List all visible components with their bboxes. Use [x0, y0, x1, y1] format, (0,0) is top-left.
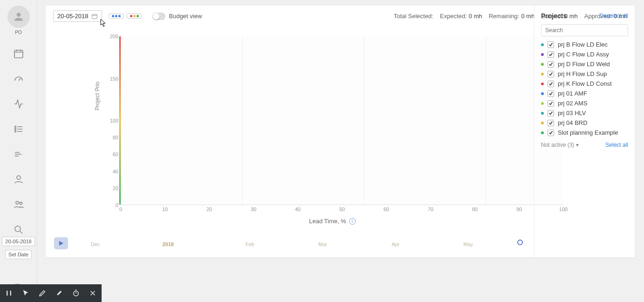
avatar[interactable] — [7, 6, 30, 28]
projects-panel: Projects Deselect all prj B Flow LD Elec… — [534, 6, 635, 257]
svg-point-7 — [15, 226, 21, 232]
toggle-track — [152, 13, 165, 20]
users-nav-icon[interactable] — [12, 198, 25, 211]
project-item: prj 04 BRD — [541, 119, 628, 126]
close-toolbar-button[interactable] — [89, 288, 97, 298]
project-name: prj 03 HLV — [558, 110, 586, 117]
project-checkbox[interactable] — [548, 51, 554, 58]
play-button[interactable] — [54, 237, 68, 249]
project-color-dot — [541, 63, 544, 66]
project-checkbox[interactable] — [548, 120, 554, 126]
not-active-dropdown[interactable]: Not active (3) ▾ — [541, 142, 579, 148]
select-all-link[interactable]: Select all — [605, 142, 628, 148]
blue-mode-button[interactable] — [109, 14, 124, 19]
y-tick: 60 — [102, 151, 118, 157]
x-tick: 80 — [472, 206, 478, 212]
x-tick: 40 — [295, 206, 301, 212]
multi-color-mode-button[interactable] — [127, 14, 142, 19]
project-color-dot — [541, 102, 544, 105]
timeline-label: Apr — [391, 241, 399, 247]
y-tick: 150 — [102, 76, 118, 82]
project-color-dot — [541, 73, 544, 76]
svg-rect-0 — [14, 50, 23, 58]
project-color-dot — [541, 122, 544, 124]
svg-point-3 — [14, 131, 16, 132]
y-tick: 200 — [102, 34, 118, 39]
x-tick: 60 — [384, 206, 389, 212]
project-name: prj K Flow LD Const — [558, 80, 612, 87]
user-nav-icon[interactable] — [12, 173, 25, 186]
project-item: prj C Flow LD Assy — [541, 51, 628, 58]
budget-view-toggle[interactable]: Budget view — [152, 13, 202, 20]
avatar-label: PO — [15, 30, 21, 35]
project-checkbox[interactable] — [548, 41, 554, 48]
cursor-tool-button[interactable] — [21, 288, 30, 298]
timeline: Dec2018FebMarAprMay — [54, 234, 523, 253]
project-checkbox[interactable] — [548, 71, 554, 77]
gauge-nav-icon[interactable] — [12, 72, 25, 85]
y-axis-label: Project Prio — [94, 82, 101, 110]
project-name: prj 04 BRD — [558, 119, 588, 126]
x-tick: 70 — [428, 206, 433, 212]
timer-button[interactable] — [72, 288, 80, 298]
x-tick: 30 — [251, 206, 256, 212]
project-checkbox[interactable] — [548, 100, 554, 107]
svg-point-5 — [16, 201, 19, 204]
project-color-dot — [541, 43, 544, 46]
project-color-dot — [541, 53, 544, 56]
calendar-nav-icon[interactable] — [12, 47, 25, 60]
set-date-button[interactable]: Set Date — [5, 250, 32, 259]
project-checkbox[interactable] — [548, 110, 554, 117]
svg-rect-8 — [92, 14, 97, 18]
project-checkbox[interactable] — [548, 81, 554, 87]
calendar-icon — [91, 13, 98, 20]
activity-nav-icon[interactable] — [12, 97, 25, 110]
project-checkbox[interactable] — [548, 61, 554, 68]
timeline-label: Mar — [318, 241, 327, 247]
x-tick: 50 — [339, 206, 345, 212]
timeline-label: 2018 — [162, 241, 173, 247]
y-tick: 20 — [102, 185, 118, 191]
timeline-end-marker[interactable] — [517, 240, 523, 245]
pause-button[interactable] — [5, 288, 13, 298]
svg-point-6 — [20, 202, 22, 205]
search-nav-icon[interactable] — [12, 223, 25, 236]
deselect-all-link[interactable]: Deselect all — [599, 13, 628, 19]
project-color-dot — [541, 112, 544, 115]
date-picker[interactable]: 20-05-2018 — [53, 10, 102, 22]
project-item: prj 03 HLV — [541, 110, 628, 117]
pencil-tool-button[interactable] — [38, 288, 47, 298]
projects-search-input[interactable] — [541, 24, 628, 36]
user-icon — [13, 11, 25, 23]
x-tick: 0 — [119, 206, 122, 212]
timeline-track[interactable]: Dec2018FebMarAprMay — [68, 239, 523, 248]
project-item: prj 01 AMF — [541, 90, 628, 97]
project-name: prj D Flow LD Weld — [558, 61, 610, 68]
project-checkbox[interactable] — [548, 90, 554, 97]
project-checkbox[interactable] — [548, 130, 554, 136]
layers-nav-icon[interactable] — [12, 148, 25, 161]
info-icon[interactable]: i — [349, 218, 356, 225]
chart-area: Project Prio 0102030405060708090100 Lead… — [97, 32, 568, 218]
project-item: prj B Flow LD Elec — [541, 41, 628, 48]
x-tick: 90 — [516, 206, 522, 212]
project-name: prj H Flow LD Sup — [558, 70, 607, 77]
main-content-card: 20-05-2018 Budget view Total Selected: E… — [46, 6, 635, 257]
list-nav-icon[interactable] — [12, 123, 25, 136]
x-axis-label: Lead Time, % i — [309, 218, 356, 225]
left-navigation-rail: PO 20-05-2018 Set Date — [0, 0, 37, 302]
project-name: prj C Flow LD Assy — [558, 51, 609, 58]
rail-date-display: 20-05-2018 — [2, 237, 34, 246]
y-tick: 80 — [102, 135, 118, 140]
x-tick: 20 — [206, 206, 212, 212]
highlight-tool-button[interactable] — [55, 288, 63, 298]
chart-plot[interactable]: 0102030405060708090100 — [120, 36, 563, 205]
project-item: prj K Flow LD Const — [541, 80, 628, 87]
project-item: prj H Flow LD Sup — [541, 70, 628, 77]
y-tick: 40 — [102, 169, 118, 174]
project-item: Slot planning Example — [541, 129, 628, 136]
project-name: Slot planning Example — [558, 129, 618, 136]
svg-point-1 — [14, 126, 16, 128]
total-selected-stat: Total Selected: — [394, 13, 433, 20]
projects-list: prj B Flow LD Elec prj C Flow LD Assy pr… — [541, 41, 628, 136]
